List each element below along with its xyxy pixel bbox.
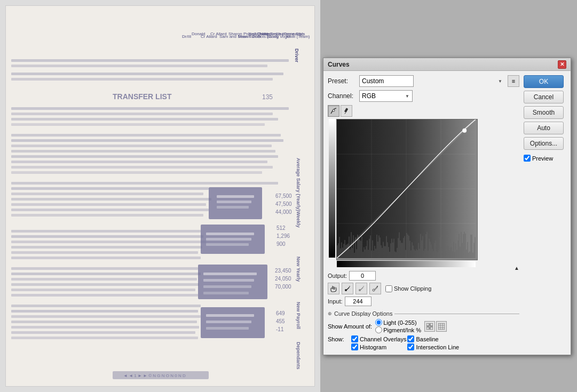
svg-rect-29 (11, 161, 267, 163)
light-option-label[interactable]: Light (0-255) (375, 319, 421, 326)
histogram-checkbox[interactable] (351, 343, 358, 350)
svg-text:24,050: 24,050 (275, 276, 291, 282)
black-eyedropper[interactable] (342, 283, 353, 294)
svg-rect-73 (11, 283, 199, 286)
svg-text:23,450: 23,450 (275, 268, 291, 274)
svg-text:455: 455 (276, 318, 285, 324)
vertical-gradient (329, 119, 335, 258)
svg-text:Donald: Donald (192, 31, 205, 36)
baseline-checkbox[interactable] (407, 335, 414, 342)
input-field[interactable] (345, 297, 372, 306)
svg-rect-43 (11, 198, 211, 201)
channel-row: Channel: RGBRedGreenBlue (328, 90, 519, 102)
channel-select[interactable]: RGBRedGreenBlue (359, 90, 413, 102)
svg-rect-90 (11, 337, 198, 339)
svg-rect-72 (11, 278, 197, 281)
svg-rect-69 (203, 292, 249, 294)
intersection-label[interactable]: Intersection Line (407, 343, 462, 350)
svg-text:512: 512 (276, 225, 286, 231)
svg-rect-26 (11, 145, 272, 147)
svg-rect-81 (206, 314, 254, 317)
svg-text:135: 135 (262, 93, 273, 101)
light-option-text: Light (0-255) (383, 319, 416, 326)
preview-label: Preview (532, 155, 553, 162)
curve-point-tool[interactable] (328, 105, 339, 117)
svg-rect-83 (206, 327, 249, 330)
large-grid-button[interactable] (436, 321, 447, 332)
show-checkboxes: Channel Overlays Baseline Histogram (351, 335, 463, 350)
curves-dialog: Curves ✕ Preset: CustomDefaultStrong Con… (323, 58, 571, 355)
pigment-option-label[interactable]: Pigment/Ink % (375, 326, 421, 333)
curve-tools (328, 105, 519, 117)
svg-text:70,000: 70,000 (275, 284, 291, 290)
svg-rect-89 (11, 331, 195, 334)
preset-menu-button[interactable]: ≡ (508, 75, 519, 87)
photoshop-background: Curves ✕ Preset: CustomDefaultStrong Con… (320, 0, 577, 392)
preset-select[interactable]: CustomDefaultStrong ContrastLinear Contr… (359, 75, 414, 87)
svg-rect-103 (438, 323, 445, 330)
svg-rect-27 (11, 150, 275, 153)
intersection-checkbox[interactable] (407, 343, 414, 350)
svg-rect-37 (217, 201, 251, 203)
eyedropper-section: Show Clipping (328, 283, 519, 294)
svg-rect-82 (206, 321, 251, 323)
svg-text:67,500: 67,500 (275, 193, 292, 199)
light-pigment-options: Light (0-255) Pigment/Ink % (375, 319, 421, 333)
svg-rect-101 (426, 327, 429, 330)
light-radio[interactable] (375, 319, 382, 326)
smooth-button[interactable]: Smooth (524, 106, 564, 119)
curve-pencil-tool[interactable] (341, 105, 352, 117)
channel-overlays-text: Channel Overlays (360, 336, 406, 342)
input-row: Input: (328, 297, 519, 306)
hand-tool[interactable] (328, 283, 339, 294)
pigment-radio[interactable] (375, 326, 382, 333)
svg-rect-60 (11, 257, 201, 259)
curve-canvas[interactable] (337, 119, 476, 258)
preview-checkbox[interactable] (524, 155, 531, 162)
svg-text:Driver: Driver (294, 49, 299, 63)
svg-rect-56 (11, 235, 203, 238)
svg-text:◄ ◄  1  ► ►  © N G N O N 0 N D: ◄ ◄ 1 ► ► © N G N O N 0 N D (123, 373, 186, 378)
svg-rect-86 (11, 315, 201, 318)
svg-rect-74 (11, 289, 195, 291)
svg-rect-28 (11, 155, 278, 158)
dialog-buttons: OK Cancel Smooth Auto Options... Preview (524, 75, 566, 350)
ok-button[interactable]: OK (524, 75, 564, 88)
svg-rect-14 (11, 59, 289, 62)
histogram-text: Histogram (360, 344, 386, 350)
output-label: Output: (328, 273, 347, 279)
svg-text:900: 900 (276, 241, 286, 247)
baseline-text: Baseline (416, 336, 438, 342)
close-button[interactable]: ✕ (558, 60, 566, 69)
svg-rect-88 (11, 326, 199, 329)
svg-text:TRANSFER LIST: TRANSFER LIST (113, 92, 172, 101)
svg-text:Average Salary (Yearly): Average Salary (Yearly) (296, 158, 301, 211)
svg-rect-25 (11, 139, 283, 142)
show-clipping-checkbox[interactable] (385, 285, 392, 292)
baseline-label[interactable]: Baseline (407, 335, 462, 342)
channel-overlays-label[interactable]: Channel Overlays (351, 335, 406, 342)
small-grid-button[interactable] (424, 321, 435, 332)
curve-canvas-area[interactable] (336, 119, 478, 260)
histogram-label[interactable]: Histogram (351, 343, 406, 350)
svg-text:New Payroll: New Payroll (296, 302, 301, 329)
svg-rect-100 (430, 323, 433, 326)
preset-select-wrapper: CustomDefaultStrong ContrastLinear Contr… (359, 75, 505, 87)
expand-icon: ⊕ (328, 311, 332, 316)
auto-button[interactable]: Auto (524, 122, 564, 134)
gray-eyedropper[interactable] (355, 283, 367, 294)
intersection-text: Intersection Line (416, 344, 459, 350)
channel-overlays-checkbox[interactable] (351, 335, 358, 342)
cancel-button[interactable]: Cancel (524, 91, 564, 103)
curve-display-section-header[interactable]: ⊕ Curve Display Options (328, 310, 519, 317)
svg-rect-87 (11, 321, 197, 323)
white-eyedropper[interactable] (369, 283, 381, 294)
options-button[interactable]: Options... (524, 137, 564, 150)
svg-rect-17 (11, 78, 273, 81)
dialog-title: Curves (328, 61, 350, 68)
output-input[interactable]: 0 (349, 271, 376, 281)
svg-text:44,000: 44,000 (275, 209, 292, 215)
svg-rect-20 (11, 107, 289, 110)
svg-rect-55 (11, 230, 201, 233)
svg-rect-102 (430, 327, 433, 330)
